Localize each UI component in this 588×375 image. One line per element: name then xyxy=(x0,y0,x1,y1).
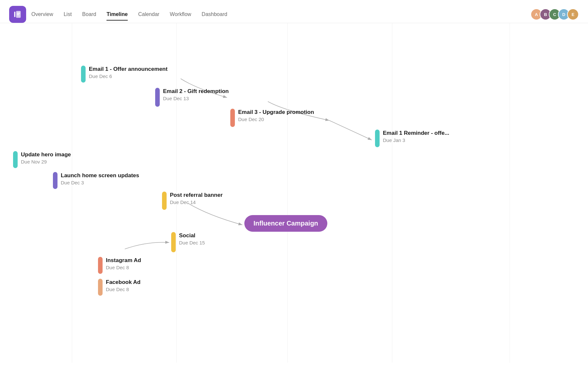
task-name: Email 1 Reminder - offe... xyxy=(383,130,449,137)
task-due: Due Dec 3 xyxy=(61,180,139,185)
task-name: Facebook Ad xyxy=(106,279,140,286)
task-bar xyxy=(155,88,160,107)
task-bar xyxy=(375,130,380,147)
task-due: Due Dec 8 xyxy=(106,287,140,292)
nav-item-list[interactable]: List xyxy=(64,11,72,21)
task-item[interactable]: Launch home screen updatesDue Dec 3 xyxy=(53,172,139,189)
avatar-group: ABCDE xyxy=(531,8,579,20)
task-due: Due Dec 14 xyxy=(170,199,223,205)
task-item[interactable]: Facebook AdDue Dec 8 xyxy=(98,279,140,296)
task-item[interactable]: Email 1 - Offer announcementDue Dec 6 xyxy=(81,66,168,83)
task-item[interactable]: Instagram AdDue Dec 8 xyxy=(98,257,141,274)
task-due: Due Dec 6 xyxy=(89,73,168,79)
task-item[interactable]: Email 1 Reminder - offe...Due Jan 3 xyxy=(375,130,449,147)
nav-item-workflow[interactable]: Workflow xyxy=(170,11,191,21)
task-name: Post referral banner xyxy=(170,192,223,199)
nav-item-calendar[interactable]: Calendar xyxy=(138,11,159,21)
task-due: Due Jan 3 xyxy=(383,137,449,143)
task-item[interactable]: Update hero imageDue Nov 29 xyxy=(13,151,71,168)
task-bar xyxy=(13,151,18,168)
task-due: Due Dec 15 xyxy=(179,240,205,245)
grid-line xyxy=(287,23,288,363)
nav-item-dashboard[interactable]: Dashboard xyxy=(202,11,227,21)
app-icon xyxy=(9,6,26,23)
task-due: Due Nov 29 xyxy=(21,159,71,164)
header-title-nav: OverviewListBoardTimelineCalendarWorkflo… xyxy=(31,8,531,21)
task-bar xyxy=(171,232,176,252)
svg-rect-2 xyxy=(17,13,20,13)
task-name: Launch home screen updates xyxy=(61,172,139,179)
task-name: Email 2 - Gift redemption xyxy=(163,88,229,95)
grid-line xyxy=(510,23,510,363)
influencer-campaign-pill[interactable]: Influencer Campaign xyxy=(244,215,327,232)
task-due: Due Dec 20 xyxy=(238,117,314,122)
header: OverviewListBoardTimelineCalendarWorkflo… xyxy=(0,0,588,23)
task-name: Social xyxy=(179,232,205,239)
svg-rect-3 xyxy=(17,14,19,15)
nav-item-overview[interactable]: Overview xyxy=(31,11,53,21)
task-name: Update hero image xyxy=(21,151,71,158)
task-name: Email 3 - Upgrade promotion xyxy=(238,109,314,116)
task-bar xyxy=(98,279,103,296)
task-bar xyxy=(98,257,103,274)
task-bar xyxy=(53,172,57,189)
task-due: Due Dec 8 xyxy=(106,265,141,270)
task-bar xyxy=(81,66,86,83)
campaign-icon xyxy=(13,10,22,19)
nav-item-timeline[interactable]: Timeline xyxy=(106,11,128,21)
task-item[interactable]: Email 3 - Upgrade promotionDue Dec 20 xyxy=(230,109,314,127)
nav-item-board[interactable]: Board xyxy=(82,11,96,21)
task-item[interactable]: SocialDue Dec 15 xyxy=(171,232,205,252)
task-item[interactable]: Email 2 - Gift redemptionDue Dec 13 xyxy=(155,88,229,107)
grid-line xyxy=(72,23,72,363)
task-name: Email 1 - Offer announcement xyxy=(89,66,168,73)
task-bar xyxy=(162,192,167,210)
task-due: Due Dec 13 xyxy=(163,96,229,101)
timeline-view: Email 1 - Offer announcementDue Dec 6Ema… xyxy=(0,23,588,363)
avatar-4: E xyxy=(567,8,579,20)
grid-line xyxy=(392,23,392,363)
svg-rect-0 xyxy=(14,12,16,17)
task-bar xyxy=(230,109,235,127)
task-item[interactable]: Post referral bannerDue Dec 14 xyxy=(162,192,223,210)
main-nav: OverviewListBoardTimelineCalendarWorkflo… xyxy=(31,11,531,21)
task-name: Instagram Ad xyxy=(106,257,141,264)
